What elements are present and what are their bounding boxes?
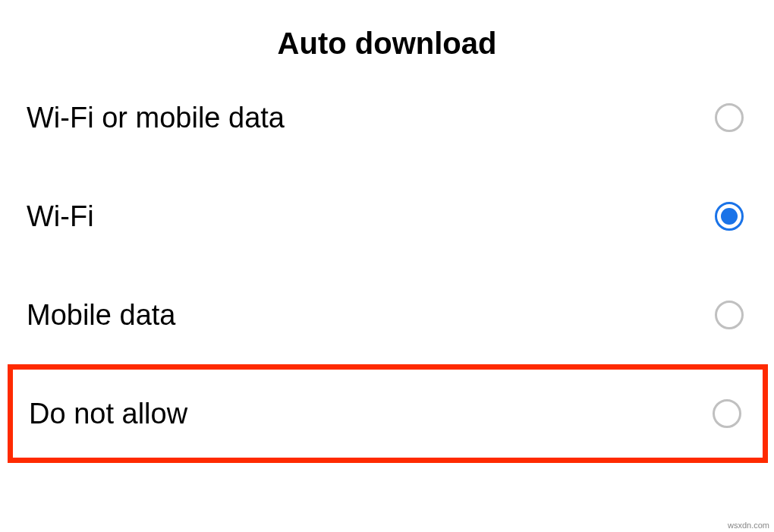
- option-label: Wi-Fi or mobile data: [27, 102, 285, 134]
- radio-unchecked-icon[interactable]: [715, 103, 744, 132]
- watermark: wsxdn.com: [728, 521, 769, 530]
- option-wifi[interactable]: Wi-Fi: [0, 167, 774, 266]
- options-list: Wi-Fi or mobile data Wi-Fi Mobile data D…: [0, 68, 774, 463]
- option-mobile-data[interactable]: Mobile data: [0, 266, 774, 364]
- option-wifi-or-mobile[interactable]: Wi-Fi or mobile data: [0, 68, 774, 167]
- option-label: Mobile data: [27, 299, 175, 332]
- option-do-not-allow[interactable]: Do not allow: [8, 364, 768, 463]
- radio-unchecked-icon[interactable]: [713, 399, 741, 428]
- radio-unchecked-icon[interactable]: [715, 301, 744, 329]
- option-label: Wi-Fi: [27, 200, 94, 233]
- page-title: Auto download: [0, 0, 774, 68]
- option-label: Do not allow: [29, 398, 187, 430]
- radio-checked-icon[interactable]: [715, 202, 744, 231]
